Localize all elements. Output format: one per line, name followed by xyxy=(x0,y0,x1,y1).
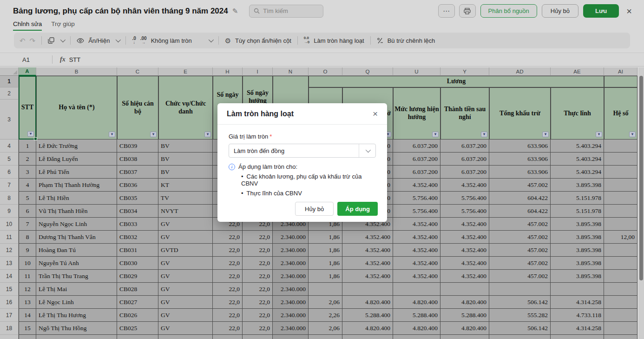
cell[interactable]: 15 xyxy=(19,322,36,335)
cell[interactable]: 2.340.000 xyxy=(273,270,309,283)
cell[interactable]: 4.352.400 xyxy=(440,257,489,270)
cell[interactable] xyxy=(604,140,637,153)
cell[interactable] xyxy=(551,283,604,296)
cell[interactable]: 12,00 xyxy=(604,231,637,244)
cell[interactable] xyxy=(440,283,489,296)
cell[interactable]: 457.002 xyxy=(489,218,551,231)
filter-icon[interactable]: ▾ xyxy=(481,132,487,137)
column-header-O[interactable]: O xyxy=(309,67,342,76)
cell[interactable]: 4.352.400 xyxy=(342,244,393,257)
cell[interactable]: 4.352.400 xyxy=(393,218,440,231)
cell[interactable]: 2.340.000 xyxy=(273,231,309,244)
cell[interactable]: 2.340.000 xyxy=(273,296,309,309)
cell[interactable]: 12 xyxy=(19,283,36,296)
cell[interactable]: 22,0 xyxy=(213,270,243,283)
cell[interactable]: BV xyxy=(158,153,213,166)
row-header-14[interactable]: 14 xyxy=(0,270,19,283)
filter-icon[interactable]: ▾ xyxy=(27,131,34,137)
column-header-H[interactable]: H xyxy=(213,67,243,76)
copy-icon[interactable] xyxy=(48,37,54,44)
round-value-select[interactable]: Làm tròn đến đồng xyxy=(229,144,376,158)
cell[interactable]: Lê Thị Thu Hương xyxy=(36,309,117,322)
cell[interactable]: CB036 xyxy=(117,179,158,192)
header-cell-thuc-linh[interactable]: Thực lĩnh ▾ xyxy=(551,87,604,140)
cell[interactable]: 4.820.400 xyxy=(342,296,393,309)
cell[interactable]: KT xyxy=(158,179,213,192)
row-header-2[interactable]: 2 xyxy=(0,87,19,100)
cell[interactable] xyxy=(273,335,309,339)
cell[interactable]: 4.352.400 xyxy=(440,231,489,244)
cell[interactable]: 9 xyxy=(19,244,36,257)
cell[interactable]: 2,06 xyxy=(309,296,342,309)
dialog-close-icon[interactable]: × xyxy=(373,109,378,118)
cell[interactable]: CB026 xyxy=(117,309,158,322)
tab-edit[interactable]: Chỉnh sửa xyxy=(13,20,42,31)
cell[interactable]: CB037 xyxy=(117,166,158,179)
column-header-E[interactable]: E xyxy=(158,67,213,76)
cell[interactable]: BV xyxy=(158,166,213,179)
cell[interactable]: GV xyxy=(158,257,213,270)
cell[interactable]: 22,0 xyxy=(243,283,273,296)
cell[interactable]: 4.352.400 xyxy=(440,179,489,192)
cell[interactable] xyxy=(309,335,342,339)
cell[interactable]: 506.142 xyxy=(489,322,551,335)
cell[interactable] xyxy=(604,296,637,309)
cell[interactable]: 5 xyxy=(19,192,36,205)
row-header-13[interactable]: 13 xyxy=(0,257,19,270)
cell[interactable]: Ngô Thị Thu Hồng xyxy=(36,322,117,335)
cell[interactable]: 4 xyxy=(19,179,36,192)
cell[interactable]: Hoàng Đan Tú xyxy=(36,244,117,257)
edit-title-icon[interactable]: ✎ xyxy=(232,7,238,15)
row-header-4[interactable]: 4 xyxy=(0,140,19,153)
cell[interactable] xyxy=(213,335,243,339)
cell[interactable]: 22,0 xyxy=(213,296,243,309)
redo-icon[interactable]: ↷ xyxy=(30,37,36,44)
cell[interactable]: 3.895.398 xyxy=(551,218,604,231)
cell[interactable]: CB032 xyxy=(117,231,158,244)
cell[interactable]: 5.403.294 xyxy=(551,166,604,179)
fill-handle[interactable] xyxy=(34,137,37,140)
save-button[interactable]: Lưu xyxy=(583,4,619,18)
cell[interactable]: Nguyễn Tú Anh xyxy=(36,257,117,270)
cell[interactable]: 457.002 xyxy=(489,231,551,244)
cell[interactable]: 22,0 xyxy=(213,309,243,322)
cell[interactable]: 22,0 xyxy=(243,309,273,322)
column-header-C[interactable]: C xyxy=(117,67,158,76)
cell[interactable]: 3.895.398 xyxy=(551,257,604,270)
cell[interactable]: 4.352.400 xyxy=(393,257,440,270)
cell[interactable] xyxy=(36,335,117,339)
cell[interactable]: 6.037.200 xyxy=(440,140,489,153)
cell[interactable]: GV xyxy=(158,231,213,244)
row-header-10[interactable]: 10 xyxy=(0,218,19,231)
cell[interactable]: 2 xyxy=(19,153,36,166)
search-input[interactable]: Tìm kiếm xyxy=(249,5,323,18)
row-header-16[interactable]: 16 xyxy=(0,296,19,309)
cell[interactable]: GV xyxy=(158,296,213,309)
dialog-cancel-button[interactable]: Hủy bỏ xyxy=(295,202,334,216)
column-header-Q[interactable]: Q xyxy=(342,67,393,76)
cell[interactable]: 4.352.400 xyxy=(440,270,489,283)
cell[interactable]: GV xyxy=(158,309,213,322)
decrease-decimal-icon[interactable]: .0↓ xyxy=(132,36,136,45)
select-caret-segment[interactable] xyxy=(359,144,375,157)
row-header-18[interactable]: 18 xyxy=(0,322,19,335)
filter-icon[interactable]: ▾ xyxy=(542,132,549,137)
cell[interactable] xyxy=(393,283,440,296)
cell[interactable]: 22,0 xyxy=(213,257,243,270)
row-header-17[interactable]: 17 xyxy=(0,309,19,322)
cell[interactable]: Lê Thị Hiền xyxy=(36,192,117,205)
cell[interactable]: 457.002 xyxy=(489,257,551,270)
cell[interactable]: 506.142 xyxy=(489,296,551,309)
cell[interactable]: CB039 xyxy=(117,140,158,153)
row-header-12[interactable]: 12 xyxy=(0,244,19,257)
cell[interactable]: 22,0 xyxy=(243,257,273,270)
cell[interactable] xyxy=(342,335,393,339)
column-header-Y[interactable]: Y xyxy=(440,67,489,76)
cell[interactable]: 4.352.400 xyxy=(440,218,489,231)
allocate-source-button[interactable]: Phân bổ nguồn xyxy=(480,4,537,18)
cell[interactable] xyxy=(440,335,489,339)
formula-input[interactable]: STT xyxy=(69,56,81,63)
header-cell-luong-group[interactable]: Lương xyxy=(309,76,604,87)
dialog-apply-button[interactable]: Áp dụng xyxy=(337,202,378,216)
cell[interactable]: 7 xyxy=(19,218,36,231)
